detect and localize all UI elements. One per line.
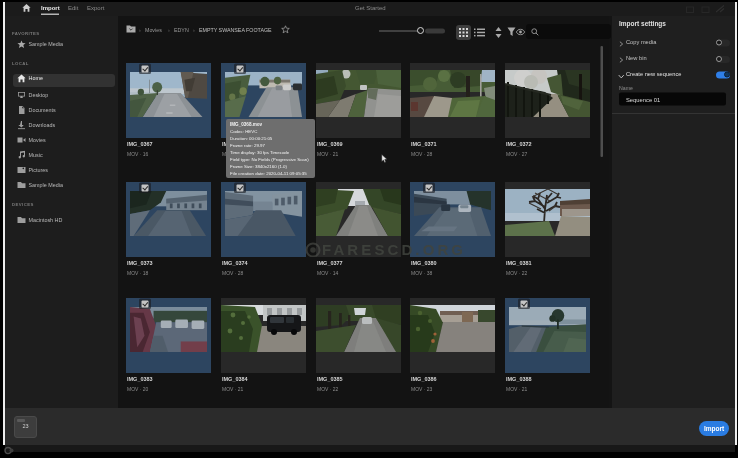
svg-text:FARESCD.ORG: FARESCD.ORG — [322, 241, 466, 257]
